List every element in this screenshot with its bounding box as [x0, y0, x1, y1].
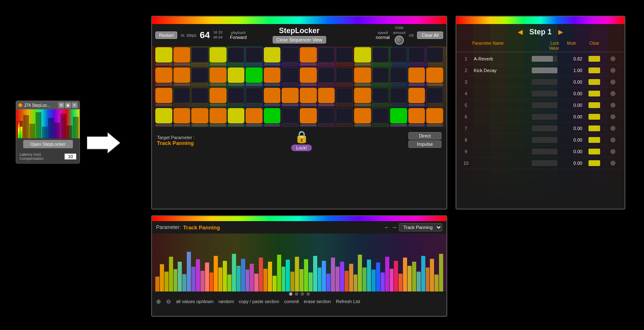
- param-bar[interactable]: [367, 260, 371, 291]
- param-bar[interactable]: [290, 272, 294, 291]
- param-bar[interactable]: [331, 258, 335, 291]
- seq-cell-r3-c10[interactable]: [318, 88, 335, 103]
- section-dot-4[interactable]: [306, 292, 310, 296]
- param-nav-prev[interactable]: ←: [384, 224, 390, 231]
- seq-cell-r3-c14[interactable]: [390, 88, 407, 103]
- glide-knob[interactable]: [395, 36, 404, 45]
- param-bar[interactable]: [246, 270, 250, 291]
- latency-input[interactable]: 10: [65, 154, 76, 159]
- step-lock-6[interactable]: [589, 114, 600, 120]
- impulse-button[interactable]: Impulse: [408, 140, 441, 148]
- param-bar[interactable]: [318, 267, 322, 291]
- clear-all-button[interactable]: Clear All: [417, 31, 443, 39]
- param-bar[interactable]: [398, 274, 403, 291]
- seq-cell-r1-c2[interactable]: [174, 47, 191, 63]
- step-lock-8[interactable]: [589, 137, 600, 143]
- param-bar[interactable]: [417, 272, 421, 291]
- seq-cell-r2-c5[interactable]: [228, 67, 245, 83]
- seq-cell-r1-c6[interactable]: [246, 47, 263, 63]
- direct-button[interactable]: Direct: [408, 132, 441, 140]
- step-mute-5[interactable]: [610, 103, 615, 108]
- param-bar[interactable]: [421, 256, 425, 291]
- param-bar[interactable]: [259, 258, 263, 291]
- param-bar[interactable]: [412, 262, 416, 291]
- param-bar[interactable]: [178, 262, 182, 291]
- param-bar[interactable]: [218, 267, 222, 291]
- param-bar[interactable]: [160, 264, 164, 291]
- seq-cell-r4-c14[interactable]: [390, 108, 407, 123]
- step-next-button[interactable]: ►: [557, 27, 565, 37]
- seq-cell-r3-c16[interactable]: [426, 88, 443, 103]
- param-dropdown[interactable]: Track Panning: [399, 223, 442, 231]
- seq-cell-r1-c7[interactable]: [264, 47, 281, 63]
- seq-cell-r4-c7[interactable]: [264, 108, 281, 123]
- param-bar[interactable]: [286, 260, 290, 291]
- minus-icon[interactable]: ⊖: [166, 298, 171, 305]
- seq-cell-r4-c16[interactable]: [426, 108, 443, 123]
- seq-cell-r3-c2[interactable]: [174, 88, 191, 103]
- seq-cell-r2-c10[interactable]: [318, 67, 335, 83]
- param-bar[interactable]: [273, 276, 277, 291]
- seq-cell-r2-c1[interactable]: [155, 67, 172, 83]
- step-mute-6[interactable]: [610, 114, 615, 119]
- seq-cell-r3-c5[interactable]: [228, 88, 245, 103]
- seq-cell-r2-c3[interactable]: [191, 67, 208, 83]
- seq-cell-r2-c4[interactable]: [210, 67, 227, 83]
- erase-button[interactable]: erase section: [304, 299, 331, 304]
- seq-cell-r1-c12[interactable]: [354, 47, 371, 63]
- param-bar[interactable]: [277, 255, 281, 291]
- param-bar[interactable]: [164, 272, 169, 291]
- param-bar[interactable]: [309, 272, 313, 291]
- seq-cell-r1-c5[interactable]: [228, 47, 245, 63]
- param-bar[interactable]: [376, 263, 380, 291]
- param-bar[interactable]: [268, 262, 272, 291]
- seq-cell-r1-c14[interactable]: [390, 47, 407, 63]
- param-bar[interactable]: [191, 267, 195, 291]
- seq-cell-r4-c15[interactable]: [408, 108, 425, 123]
- param-bar[interactable]: [282, 267, 286, 291]
- seq-cell-r3-c12[interactable]: [354, 88, 371, 103]
- step-lock-10[interactable]: [589, 160, 600, 166]
- seq-cell-r3-c13[interactable]: [372, 88, 389, 103]
- param-bar[interactable]: [439, 254, 443, 291]
- step-prev-button[interactable]: ◄: [516, 27, 524, 37]
- param-bar[interactable]: [345, 271, 349, 291]
- seq-cell-r4-c2[interactable]: [174, 108, 191, 123]
- seq-cell-r3-c6[interactable]: [246, 88, 263, 103]
- param-bar[interactable]: [313, 256, 317, 291]
- seq-cell-r3-c1[interactable]: [155, 88, 172, 103]
- seq-cell-r1-c15[interactable]: [408, 47, 425, 63]
- seq-cell-r4-c12[interactable]: [354, 108, 371, 123]
- step-lock-5[interactable]: [589, 102, 600, 108]
- open-steplocker-button[interactable]: Open StepLocker: [23, 140, 73, 148]
- seq-cell-r2-c9[interactable]: [300, 67, 317, 83]
- seq-cell-r4-c4[interactable]: [210, 108, 227, 123]
- step-lock-9[interactable]: [589, 149, 600, 154]
- restart-button[interactable]: Restart: [155, 31, 177, 39]
- seq-cell-r3-c11[interactable]: [336, 88, 353, 103]
- step-mute-1[interactable]: [610, 56, 615, 61]
- seq-cell-r1-c3[interactable]: [191, 47, 208, 63]
- seq-cell-r1-c13[interactable]: [372, 47, 389, 63]
- plus-icon[interactable]: ⊕: [156, 298, 161, 305]
- seq-cell-r3-c7[interactable]: [264, 88, 281, 103]
- step-lock-7[interactable]: [589, 125, 600, 131]
- seq-cell-r2-c11[interactable]: [336, 67, 353, 83]
- seq-cell-r4-c3[interactable]: [191, 108, 208, 123]
- seq-cell-r1-c11[interactable]: [336, 47, 353, 63]
- step-mute-7[interactable]: [610, 126, 615, 131]
- param-bar[interactable]: [390, 269, 394, 291]
- param-bar[interactable]: [335, 267, 340, 291]
- param-bar[interactable]: [232, 254, 236, 291]
- copy-paste-button[interactable]: copy / paste section: [239, 299, 279, 304]
- seq-cell-r1-c9[interactable]: [300, 47, 317, 63]
- param-bar[interactable]: [340, 262, 344, 291]
- seq-cell-r4-c13[interactable]: [372, 108, 389, 123]
- param-bar[interactable]: [349, 264, 353, 291]
- plugin-icon-1[interactable]: ⚙: [58, 102, 64, 108]
- param-bar[interactable]: [187, 252, 191, 291]
- param-bar[interactable]: [169, 257, 173, 291]
- seq-cell-r2-c7[interactable]: [264, 67, 281, 83]
- param-bar[interactable]: [182, 274, 186, 291]
- param-bar[interactable]: [434, 275, 439, 291]
